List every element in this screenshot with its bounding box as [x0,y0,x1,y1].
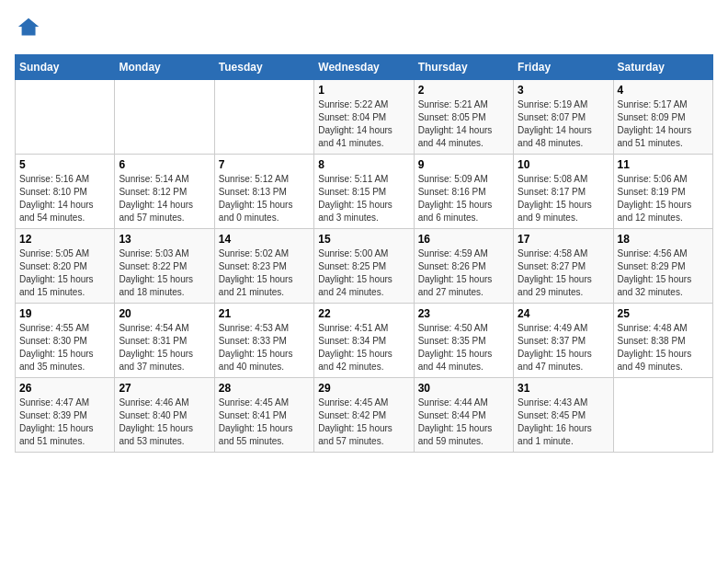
day-info: Sunrise: 4:55 AM Sunset: 8:30 PM Dayligh… [19,322,110,373]
day-info: Sunrise: 5:08 AM Sunset: 8:17 PM Dayligh… [518,173,609,224]
calendar-cell: 29Sunrise: 4:45 AM Sunset: 8:42 PM Dayli… [314,377,414,452]
day-info: Sunrise: 4:56 AM Sunset: 8:29 PM Dayligh… [618,247,709,299]
calendar-week-2: 5Sunrise: 5:16 AM Sunset: 8:10 PM Daylig… [16,154,713,228]
day-info: Sunrise: 4:50 AM Sunset: 8:35 PM Dayligh… [418,322,509,373]
calendar-cell: 19Sunrise: 4:55 AM Sunset: 8:30 PM Dayli… [16,303,115,377]
calendar-cell [16,79,115,154]
day-info: Sunrise: 5:19 AM Sunset: 8:07 PM Dayligh… [518,98,609,150]
column-header-wednesday: Wednesday [314,54,414,79]
day-number: 24 [518,307,609,320]
calendar-cell: 11Sunrise: 5:06 AM Sunset: 8:19 PM Dayli… [613,154,712,228]
day-info: Sunrise: 5:06 AM Sunset: 8:19 PM Dayligh… [618,173,709,224]
day-info: Sunrise: 4:51 AM Sunset: 8:34 PM Dayligh… [318,322,409,373]
day-number: 26 [19,382,110,395]
calendar-cell: 25Sunrise: 4:48 AM Sunset: 8:38 PM Dayli… [613,303,712,377]
calendar-cell: 30Sunrise: 4:44 AM Sunset: 8:44 PM Dayli… [414,377,513,452]
calendar-table: SundayMondayTuesdayWednesdayThursdayFrid… [15,54,713,453]
day-number: 22 [318,307,409,320]
day-number: 18 [618,233,709,246]
calendar-cell: 23Sunrise: 4:50 AM Sunset: 8:35 PM Dayli… [414,303,513,377]
day-info: Sunrise: 4:43 AM Sunset: 8:45 PM Dayligh… [518,396,609,448]
column-header-monday: Monday [115,54,214,79]
calendar-week-5: 26Sunrise: 4:47 AM Sunset: 8:39 PM Dayli… [16,377,713,452]
day-number: 1 [318,84,409,97]
day-number: 5 [19,158,110,171]
day-info: Sunrise: 5:16 AM Sunset: 8:10 PM Dayligh… [19,173,110,224]
logo-icon [17,15,42,40]
day-number: 19 [19,307,110,320]
calendar-cell: 13Sunrise: 5:03 AM Sunset: 8:22 PM Dayli… [115,228,214,303]
day-info: Sunrise: 4:45 AM Sunset: 8:42 PM Dayligh… [318,396,409,448]
day-info: Sunrise: 5:17 AM Sunset: 8:09 PM Dayligh… [618,98,709,150]
day-info: Sunrise: 4:45 AM Sunset: 8:41 PM Dayligh… [219,396,310,448]
day-info: Sunrise: 5:21 AM Sunset: 8:05 PM Dayligh… [418,98,509,150]
day-info: Sunrise: 5:22 AM Sunset: 8:04 PM Dayligh… [318,98,409,150]
column-header-saturday: Saturday [613,54,712,79]
day-number: 11 [618,158,709,171]
day-info: Sunrise: 5:11 AM Sunset: 8:15 PM Dayligh… [318,173,409,224]
day-number: 13 [119,233,210,246]
calendar-cell: 12Sunrise: 5:05 AM Sunset: 8:20 PM Dayli… [16,228,115,303]
day-info: Sunrise: 5:00 AM Sunset: 8:25 PM Dayligh… [318,247,409,299]
day-number: 10 [518,158,609,171]
calendar-cell: 7Sunrise: 5:12 AM Sunset: 8:13 PM Daylig… [214,154,313,228]
calendar-cell: 22Sunrise: 4:51 AM Sunset: 8:34 PM Dayli… [314,303,414,377]
calendar-week-4: 19Sunrise: 4:55 AM Sunset: 8:30 PM Dayli… [16,303,713,377]
calendar-week-3: 12Sunrise: 5:05 AM Sunset: 8:20 PM Dayli… [16,228,713,303]
page-header [15,15,713,45]
calendar-cell: 20Sunrise: 4:54 AM Sunset: 8:31 PM Dayli… [115,303,214,377]
svg-marker-0 [18,18,39,36]
day-info: Sunrise: 5:02 AM Sunset: 8:23 PM Dayligh… [219,247,310,299]
day-number: 27 [119,382,210,395]
calendar-cell: 24Sunrise: 4:49 AM Sunset: 8:37 PM Dayli… [514,303,613,377]
day-number: 6 [119,158,210,171]
calendar-cell: 21Sunrise: 4:53 AM Sunset: 8:33 PM Dayli… [214,303,313,377]
calendar-cell: 5Sunrise: 5:16 AM Sunset: 8:10 PM Daylig… [16,154,115,228]
calendar-cell: 9Sunrise: 5:09 AM Sunset: 8:16 PM Daylig… [414,154,513,228]
calendar-cell [115,79,214,154]
calendar-cell: 1Sunrise: 5:22 AM Sunset: 8:04 PM Daylig… [314,79,414,154]
day-number: 21 [219,307,310,320]
day-number: 31 [518,382,609,395]
day-info: Sunrise: 4:54 AM Sunset: 8:31 PM Dayligh… [119,322,210,373]
day-number: 28 [219,382,310,395]
calendar-cell: 2Sunrise: 5:21 AM Sunset: 8:05 PM Daylig… [414,79,513,154]
day-info: Sunrise: 5:14 AM Sunset: 8:12 PM Dayligh… [119,173,210,224]
day-number: 9 [418,158,509,171]
calendar-cell: 3Sunrise: 5:19 AM Sunset: 8:07 PM Daylig… [514,79,613,154]
day-number: 8 [318,158,409,171]
calendar-cell: 6Sunrise: 5:14 AM Sunset: 8:12 PM Daylig… [115,154,214,228]
day-info: Sunrise: 5:09 AM Sunset: 8:16 PM Dayligh… [418,173,509,224]
calendar-cell: 16Sunrise: 4:59 AM Sunset: 8:26 PM Dayli… [414,228,513,303]
calendar-cell: 14Sunrise: 5:02 AM Sunset: 8:23 PM Dayli… [214,228,313,303]
day-number: 20 [119,307,210,320]
calendar-cell: 8Sunrise: 5:11 AM Sunset: 8:15 PM Daylig… [314,154,414,228]
calendar-cell: 18Sunrise: 4:56 AM Sunset: 8:29 PM Dayli… [613,228,712,303]
day-number: 3 [518,84,609,97]
logo [15,15,42,45]
calendar-week-1: 1Sunrise: 5:22 AM Sunset: 8:04 PM Daylig… [16,79,713,154]
day-number: 2 [418,84,509,97]
day-number: 29 [318,382,409,395]
day-number: 17 [518,233,609,246]
calendar-cell: 17Sunrise: 4:58 AM Sunset: 8:27 PM Dayli… [514,228,613,303]
calendar-cell: 27Sunrise: 4:46 AM Sunset: 8:40 PM Dayli… [115,377,214,452]
day-info: Sunrise: 4:58 AM Sunset: 8:27 PM Dayligh… [518,247,609,299]
day-info: Sunrise: 5:03 AM Sunset: 8:22 PM Dayligh… [119,247,210,299]
calendar-cell [613,377,712,452]
calendar-cell [214,79,313,154]
calendar-cell: 28Sunrise: 4:45 AM Sunset: 8:41 PM Dayli… [214,377,313,452]
day-info: Sunrise: 5:12 AM Sunset: 8:13 PM Dayligh… [219,173,310,224]
day-info: Sunrise: 4:53 AM Sunset: 8:33 PM Dayligh… [219,322,310,373]
day-info: Sunrise: 4:44 AM Sunset: 8:44 PM Dayligh… [418,396,509,448]
day-info: Sunrise: 4:59 AM Sunset: 8:26 PM Dayligh… [418,247,509,299]
day-number: 23 [418,307,509,320]
calendar-cell: 26Sunrise: 4:47 AM Sunset: 8:39 PM Dayli… [16,377,115,452]
day-number: 12 [19,233,110,246]
calendar-cell: 4Sunrise: 5:17 AM Sunset: 8:09 PM Daylig… [613,79,712,154]
calendar-cell: 15Sunrise: 5:00 AM Sunset: 8:25 PM Dayli… [314,228,414,303]
column-header-sunday: Sunday [16,54,115,79]
calendar-cell: 31Sunrise: 4:43 AM Sunset: 8:45 PM Dayli… [514,377,613,452]
day-info: Sunrise: 5:05 AM Sunset: 8:20 PM Dayligh… [19,247,110,299]
day-number: 14 [219,233,310,246]
